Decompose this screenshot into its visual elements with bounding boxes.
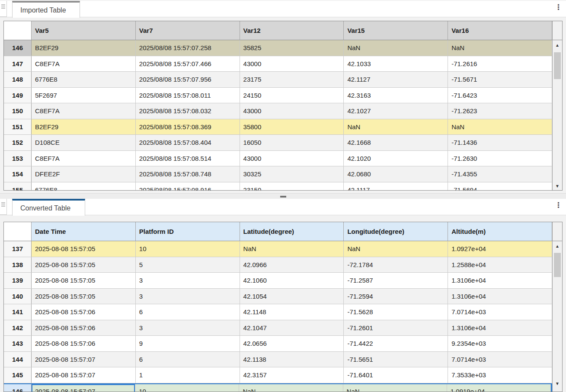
row-number[interactable]: 146 [4, 384, 32, 392]
row-number[interactable]: 155 [4, 182, 32, 191]
tab-imported-table[interactable]: Imported Table [12, 1, 80, 18]
row-number[interactable]: 146 [4, 40, 32, 56]
table-cell[interactable]: NaN [448, 40, 552, 56]
panel-grip-handle[interactable] [0, 1, 7, 17]
row-number[interactable]: 140 [4, 289, 32, 304]
table-cell[interactable]: 1.2588e+04 [448, 257, 552, 273]
table-cell[interactable]: 2025-08-08 15:57:07 [32, 352, 136, 367]
column-header-datetime[interactable]: Date Time [32, 222, 136, 241]
row-number[interactable]: 147 [4, 56, 32, 72]
column-header-var16[interactable]: Var16 [448, 21, 552, 40]
table-cell[interactable]: 9 [136, 336, 240, 351]
table-cell[interactable]: 1 [136, 367, 240, 383]
column-header-altitude[interactable]: Altitude(m) [448, 222, 552, 241]
table-cell[interactable]: 2025-08-08 15:57:05 [32, 257, 136, 273]
table-cell[interactable]: NaN [344, 40, 448, 56]
table-cell[interactable]: 35825 [240, 40, 344, 56]
table-cell[interactable]: -71.2616 [448, 56, 552, 72]
table-cell[interactable]: 42.0680 [344, 166, 448, 182]
table-cell[interactable]: 2025-08-08 15:57:05 [32, 289, 136, 304]
overflow-menu-icon[interactable]: ⋮ [555, 2, 562, 13]
table-cell[interactable]: 2025/08/08 15:57:08.032 [136, 103, 240, 119]
table-cell[interactable]: 7.3533e+03 [448, 367, 552, 383]
table-cell[interactable]: 24150 [240, 88, 344, 103]
table-cell[interactable]: 1.0927e+04 [448, 241, 552, 257]
row-number[interactable]: 150 [4, 103, 32, 119]
table-cell[interactable]: DFEE2F [32, 166, 136, 182]
table-cell[interactable]: 2025/08/08 15:57:08.748 [136, 166, 240, 182]
table-cell[interactable]: 42.0966 [240, 257, 344, 273]
table-cell[interactable]: 42.1060 [240, 273, 344, 288]
scrollbar-thumb[interactable] [554, 253, 561, 277]
table-cell[interactable]: 2025-08-08 15:57:07 [32, 367, 136, 383]
table-cell[interactable]: 42.1148 [240, 304, 344, 320]
table-cell[interactable]: NaN [343, 384, 447, 392]
table-cell[interactable]: 3 [136, 320, 240, 336]
tab-converted-table[interactable]: Converted Table [12, 199, 85, 216]
table-cell[interactable]: 2025-08-08 15:57:07 [32, 384, 135, 392]
table-cell[interactable]: 35800 [240, 119, 344, 135]
row-number[interactable]: 145 [4, 367, 32, 383]
table-cell[interactable]: 6776E8 [32, 182, 136, 191]
scrollbar-track[interactable]: ▲ ▼ [553, 241, 562, 392]
table-cell[interactable]: C8EF7A [32, 103, 136, 119]
table-cell[interactable]: NaN [448, 119, 552, 135]
table-cell[interactable]: 1.0919e+04 [447, 384, 551, 392]
table-cell[interactable]: 2025/08/08 15:57:08.514 [136, 151, 240, 166]
table-cell[interactable]: 43000 [240, 56, 344, 72]
vertical-scrollbar[interactable]: ▲ ▼ [552, 222, 562, 392]
table-cell[interactable]: 2025/08/08 15:57:07.466 [136, 56, 240, 72]
row-number[interactable]: 138 [4, 257, 32, 273]
scrollbar-thumb[interactable] [554, 52, 561, 79]
table-cell[interactable]: -71.2630 [448, 151, 552, 166]
table-cell[interactable]: 10 [136, 241, 240, 257]
table-cell[interactable]: 30325 [240, 166, 344, 182]
table-cell[interactable]: 42.1027 [344, 103, 448, 119]
row-number[interactable]: 154 [4, 166, 32, 182]
table-cell[interactable]: 3 [136, 289, 240, 304]
table-cell[interactable]: NaN [239, 384, 343, 392]
table-cell[interactable]: -71.2587 [344, 273, 448, 288]
table-cell[interactable]: 2025-08-08 15:57:05 [32, 273, 136, 288]
table-cell[interactable]: -71.4355 [448, 166, 552, 182]
row-number[interactable]: 149 [4, 88, 32, 103]
row-number[interactable]: 139 [4, 273, 32, 288]
table-cell[interactable]: 2025-08-08 15:57:06 [32, 320, 136, 336]
column-header-var5[interactable]: Var5 [32, 21, 136, 40]
table-cell[interactable]: 2025/08/08 15:57:07.258 [136, 40, 240, 56]
table-cell[interactable]: B2EF29 [32, 40, 136, 56]
column-header-longitude[interactable]: Longitude(degree) [344, 222, 448, 241]
table-cell[interactable]: -71.5694 [448, 182, 552, 191]
vertical-scrollbar[interactable]: ▲ ▼ [552, 21, 562, 190]
row-number[interactable]: 141 [4, 304, 32, 320]
table-cell[interactable]: 2025-08-08 15:57:05 [32, 241, 136, 257]
table-cell[interactable]: 43000 [240, 151, 344, 166]
table-cell[interactable]: 5F2697 [32, 88, 136, 103]
table-cell[interactable]: 42.0656 [240, 336, 344, 351]
column-header-platform[interactable]: Platform ID [136, 222, 240, 241]
table-cell[interactable]: -71.2601 [344, 320, 448, 336]
table-cell[interactable]: -71.5628 [344, 304, 448, 320]
table-cell[interactable]: 9.2354e+03 [448, 336, 552, 351]
table-cell[interactable]: -71.5671 [448, 72, 552, 87]
scroll-up-icon[interactable]: ▲ [553, 241, 562, 251]
table-cell[interactable]: 2025/08/08 15:57:07.956 [136, 72, 240, 87]
table-cell[interactable]: -71.2623 [448, 103, 552, 119]
table-cell[interactable]: 42.1047 [240, 320, 344, 336]
table-cell[interactable]: 2025/08/08 15:57:08.916 [136, 182, 240, 191]
table-cell[interactable]: 2025/08/08 15:57:08.404 [136, 135, 240, 150]
table-cell[interactable]: -71.6401 [344, 367, 448, 383]
table-cell[interactable]: 1.3106e+04 [448, 273, 552, 288]
table-cell[interactable]: 42.3157 [240, 367, 344, 383]
table-cell[interactable]: D108CE [32, 135, 136, 150]
table-cell[interactable]: 2025/08/08 15:57:08.011 [136, 88, 240, 103]
table-cell[interactable]: 23150 [240, 182, 344, 191]
table-cell[interactable]: 16050 [240, 135, 344, 150]
column-header-var15[interactable]: Var15 [344, 21, 448, 40]
table-cell[interactable]: -71.5651 [344, 352, 448, 367]
table-cell[interactable]: 23175 [240, 72, 344, 87]
scroll-down-icon[interactable]: ▼ [553, 379, 562, 389]
scrollbar-track[interactable]: ▲ ▼ [553, 40, 562, 190]
table-cell[interactable]: 42.1117 [344, 182, 448, 191]
table-cell[interactable]: 2025/08/08 15:57:08.369 [136, 119, 240, 135]
